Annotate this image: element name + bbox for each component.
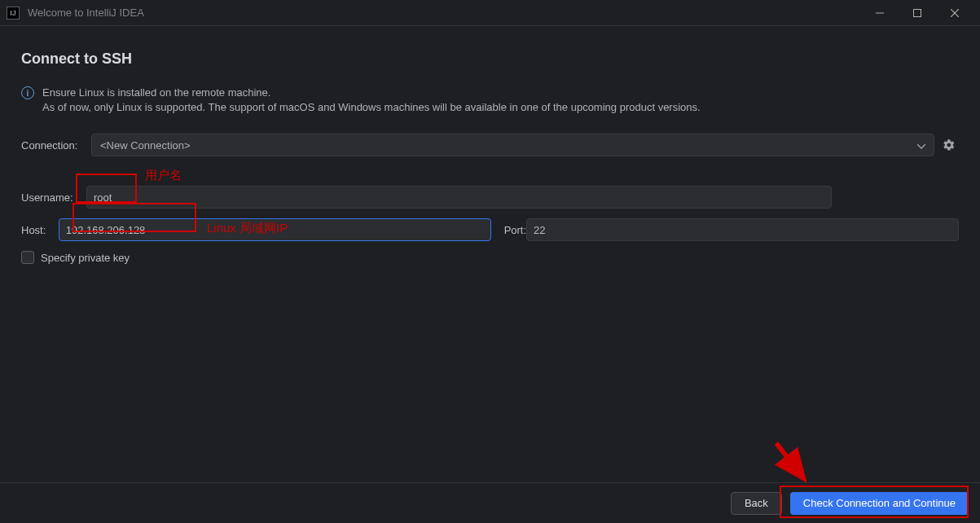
private-key-row: Specify private key: [21, 251, 959, 264]
port-input[interactable]: [526, 218, 959, 241]
port-label: Port:: [504, 224, 526, 236]
svg-line-4: [776, 443, 804, 479]
annotation-arrow-icon: [771, 438, 814, 489]
back-button[interactable]: Back: [731, 492, 782, 515]
app-icon: IJ: [7, 7, 20, 20]
specify-private-key-checkbox[interactable]: [21, 251, 34, 264]
username-input[interactable]: [86, 186, 832, 209]
titlebar: IJ Welcome to IntelliJ IDEA: [0, 0, 980, 26]
specify-private-key-label: Specify private key: [41, 252, 130, 264]
settings-gear-button[interactable]: [939, 135, 959, 155]
info-block: i Ensure Linux is installed on the remot…: [21, 86, 959, 114]
footer: Back Check Connection and Continue: [0, 482, 980, 523]
connection-selected-value: <New Connection>: [100, 139, 191, 152]
maximize-button[interactable]: [899, 0, 936, 26]
connection-row: Connection: <New Connection>: [21, 134, 959, 156]
connection-select[interactable]: <New Connection>: [91, 134, 934, 156]
username-label: Username:: [21, 191, 86, 204]
connection-label: Connection:: [21, 139, 86, 152]
window-title: Welcome to IntelliJ IDEA: [28, 7, 861, 19]
page-title: Connect to SSH: [21, 51, 959, 68]
info-line-1: Ensure Linux is installed on the remote …: [42, 86, 701, 100]
host-row: Host: Port:: [21, 218, 959, 241]
gear-icon: [943, 138, 956, 152]
host-label: Host:: [21, 224, 59, 236]
main-content: Connect to SSH i Ensure Linux is install…: [0, 26, 980, 264]
info-icon: i: [21, 86, 34, 99]
info-text: Ensure Linux is installed on the remote …: [42, 86, 701, 114]
chevron-down-icon: [917, 139, 925, 152]
minimize-button[interactable]: [861, 0, 899, 26]
info-line-2: As of now, only Linux is supported. The …: [42, 100, 701, 115]
username-row: Username:: [21, 186, 959, 209]
svg-rect-1: [914, 9, 921, 16]
host-input[interactable]: [59, 218, 491, 241]
window-controls: [861, 0, 973, 26]
check-connection-button[interactable]: Check Connection and Continue: [790, 492, 969, 515]
close-button[interactable]: [936, 0, 973, 26]
